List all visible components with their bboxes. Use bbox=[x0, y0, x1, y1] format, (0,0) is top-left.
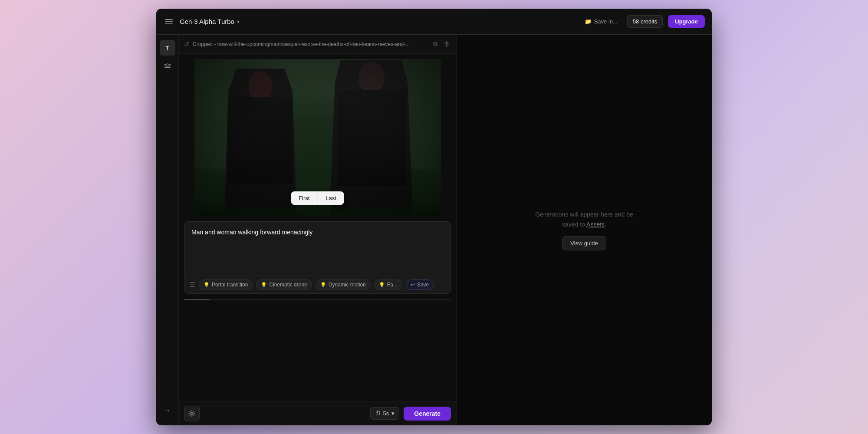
last-frame-button[interactable]: Last bbox=[318, 191, 344, 205]
header-right: 📁 Save in... 58 credits Upgrade bbox=[580, 15, 705, 28]
sidebar-arrow-icon[interactable]: → bbox=[160, 403, 175, 418]
save-pill-label: Save bbox=[417, 282, 429, 288]
view-guide-label: View guide bbox=[570, 240, 598, 247]
suggestion-pill-dynamic[interactable]: 💡 Dynamic motion bbox=[316, 279, 371, 290]
folder-icon: 📁 bbox=[585, 18, 592, 25]
sidebar-bottom: → bbox=[160, 403, 175, 425]
file-name: Cropped - how-will-the-upcomingmatrixseq… bbox=[193, 41, 428, 47]
generate-button[interactable]: Generate bbox=[404, 407, 451, 421]
credits-badge: 58 credits bbox=[627, 15, 663, 28]
bottom-toolbar: ⏱ 5s ▾ Generate bbox=[179, 401, 456, 425]
svg-point-2 bbox=[191, 412, 193, 414]
save-pill-icon: ↩ bbox=[411, 282, 415, 288]
settings-svg bbox=[188, 410, 195, 417]
sidebar: T → bbox=[156, 35, 179, 425]
duration-select[interactable]: ⏱ 5s ▾ bbox=[370, 407, 400, 420]
sidebar-layers-icon[interactable] bbox=[160, 59, 175, 75]
suggestion-pill-more[interactable]: 💡 Fa... bbox=[374, 279, 402, 290]
pill-label-4: Fa... bbox=[387, 282, 398, 288]
duration-value: 5s bbox=[383, 410, 389, 417]
app-title[interactable]: Gen-3 Alpha Turbo ▾ bbox=[180, 18, 240, 25]
empty-message-end: . bbox=[605, 221, 606, 228]
first-label: First bbox=[299, 195, 309, 201]
main-content: T → ↺ Cropped - how-will-the-upcomingmat bbox=[156, 35, 712, 425]
text-icon: T bbox=[165, 44, 169, 52]
last-label: Last bbox=[326, 195, 336, 201]
frame-buttons: First Last bbox=[291, 191, 344, 205]
svg-rect-0 bbox=[164, 66, 171, 66]
credits-text: 58 credits bbox=[633, 18, 657, 25]
prompt-textarea[interactable] bbox=[184, 222, 450, 274]
app-title-text: Gen-3 Alpha Turbo bbox=[180, 18, 234, 25]
save-in-label: Save in... bbox=[594, 18, 618, 25]
generate-label: Generate bbox=[414, 410, 441, 417]
duration-chevron: ▾ bbox=[391, 410, 395, 417]
view-guide-button[interactable]: View guide bbox=[562, 236, 606, 250]
settings-button[interactable] bbox=[184, 406, 200, 421]
file-bar: ↺ Cropped - how-will-the-upcomingmatrixs… bbox=[179, 35, 456, 54]
app-title-chevron: ▾ bbox=[237, 19, 240, 25]
suggestions-bar: ☰ 💡 Portal transition 💡 Cinematic drone … bbox=[184, 276, 450, 293]
copy-icon[interactable]: ⧉ bbox=[432, 39, 439, 49]
upgrade-button[interactable]: Upgrade bbox=[668, 15, 705, 28]
save-pill[interactable]: ↩ Save bbox=[406, 279, 434, 290]
file-action-icons: ⧉ 🗑 bbox=[432, 39, 451, 49]
delete-icon[interactable]: 🗑 bbox=[442, 39, 451, 49]
pill-icon-1: 💡 bbox=[204, 282, 210, 288]
scroll-thumb bbox=[184, 299, 210, 300]
first-frame-button[interactable]: First bbox=[291, 191, 318, 205]
right-panel: Generations will appear here and be save… bbox=[457, 35, 712, 425]
pill-label-2: Cinematic drone bbox=[269, 282, 307, 288]
duration-clock-icon: ⏱ bbox=[375, 410, 381, 417]
header-left: Gen-3 Alpha Turbo ▾ bbox=[163, 17, 240, 26]
refresh-icon[interactable]: ↺ bbox=[184, 41, 189, 48]
arrow-icon: → bbox=[164, 407, 171, 414]
suggestion-pill-portal[interactable]: 💡 Portal transition bbox=[199, 279, 253, 290]
list-icon: ☰ bbox=[190, 281, 195, 288]
pill-icon-2: 💡 bbox=[261, 282, 267, 288]
app-window: Gen-3 Alpha Turbo ▾ 📁 Save in... 58 cred… bbox=[156, 9, 712, 425]
assets-link[interactable]: Assets bbox=[586, 221, 605, 228]
image-container: First Last bbox=[179, 54, 456, 216]
header: Gen-3 Alpha Turbo ▾ 📁 Save in... 58 cred… bbox=[156, 9, 712, 35]
pill-label-3: Dynamic motion bbox=[329, 282, 366, 288]
left-panel: ↺ Cropped - how-will-the-upcomingmatrixs… bbox=[179, 35, 457, 425]
menu-icon[interactable] bbox=[163, 17, 174, 26]
suggestion-pill-cinematic[interactable]: 💡 Cinematic drone bbox=[256, 279, 312, 290]
pill-icon-4: 💡 bbox=[379, 282, 385, 288]
prompt-area: ☰ 💡 Portal transition 💡 Cinematic drone … bbox=[184, 221, 451, 294]
empty-message: Generations will appear here and be save… bbox=[535, 210, 633, 229]
upgrade-label: Upgrade bbox=[675, 18, 698, 25]
pill-label-1: Portal transition bbox=[212, 282, 248, 288]
pill-icon-3: 💡 bbox=[320, 282, 326, 288]
empty-message-line1: Generations will appear here and be bbox=[535, 211, 633, 218]
scroll-indicator bbox=[184, 299, 451, 300]
layers-svg bbox=[164, 63, 171, 71]
svg-rect-1 bbox=[164, 67, 171, 68]
save-in-button[interactable]: 📁 Save in... bbox=[580, 16, 622, 27]
sidebar-text-icon[interactable]: T bbox=[160, 40, 175, 56]
empty-message-line2: saved to bbox=[562, 221, 586, 228]
